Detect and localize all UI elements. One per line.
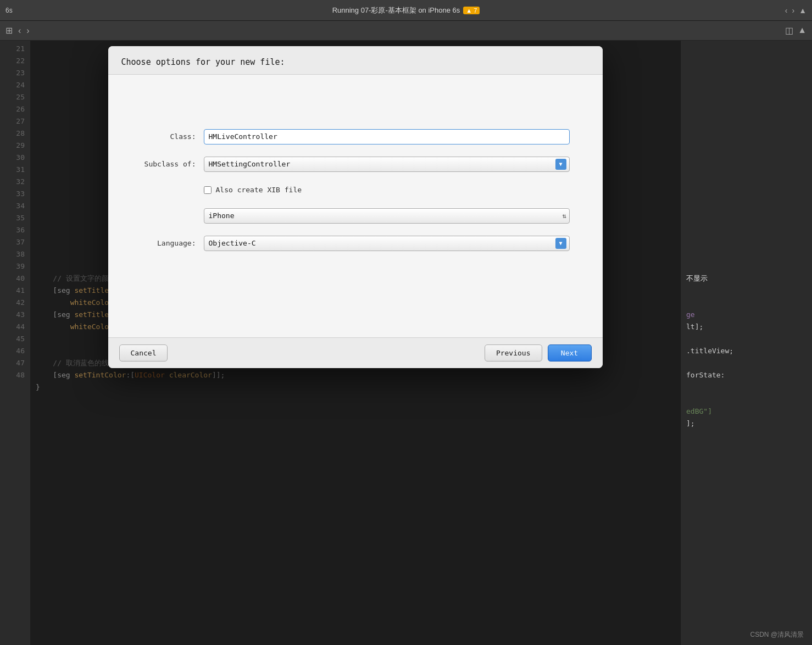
device-select-wrapper: iPhone iPad Universal ⇅ xyxy=(204,208,570,224)
line-num: 47 xyxy=(0,357,25,369)
watermark: CSDN @清风清景 xyxy=(750,630,804,640)
forward-arrow-icon[interactable]: › xyxy=(26,26,29,36)
line-num: 31 xyxy=(0,164,25,176)
top-bar: 6s Running 07-彩原-基本框架 on iPhone 6s ▲ 7 ‹… xyxy=(0,0,812,21)
right-code-line: ]; xyxy=(686,418,807,430)
subclass-select-wrapper: HMSettingController ▼ xyxy=(204,157,570,172)
line-num: 25 xyxy=(0,91,25,103)
class-row: Class: xyxy=(141,129,570,144)
subclass-label: Subclass of: xyxy=(141,158,196,170)
line-num: 32 xyxy=(0,176,25,188)
right-code-line xyxy=(686,236,807,248)
line-num: 48 xyxy=(0,369,25,381)
line-num: 23 xyxy=(0,67,25,79)
right-code-line xyxy=(686,212,807,224)
line-num: 27 xyxy=(0,115,25,127)
xib-checkbox-row: Also create XIB file xyxy=(141,184,570,196)
xib-checkbox[interactable] xyxy=(204,186,212,194)
line-num: 45 xyxy=(0,333,25,345)
line-num: 21 xyxy=(0,43,25,55)
right-code-line xyxy=(686,176,807,188)
line-num: 29 xyxy=(0,140,25,152)
language-select-wrapper: Objective-C Swift ▼ xyxy=(204,236,570,251)
line-num: 40 xyxy=(0,273,25,285)
line-numbers-gutter: 21 22 23 24 25 26 27 28 29 30 31 32 33 3… xyxy=(0,41,30,645)
right-code-line: ge xyxy=(686,309,807,321)
class-label: Class: xyxy=(141,131,196,143)
dialog-overlay: Choose options for your new file: Class:… xyxy=(30,41,680,645)
line-num: 33 xyxy=(0,188,25,200)
right-code-line: 不显示 xyxy=(686,273,807,285)
right-code-line: lt]; xyxy=(686,321,807,333)
line-num: 44 xyxy=(0,321,25,333)
line-num: 26 xyxy=(0,103,25,115)
right-code-line xyxy=(686,393,807,405)
right-code-line xyxy=(686,381,807,393)
line-num: 22 xyxy=(0,55,25,67)
footer-right: Previous Next xyxy=(485,344,592,362)
top-bar-center: Running 07-彩原-基本框架 on iPhone 6s ▲ 7 xyxy=(332,5,480,15)
line-num: 39 xyxy=(0,260,25,273)
line-num: 37 xyxy=(0,236,25,248)
right-code-line xyxy=(686,224,807,236)
right-code-line xyxy=(686,115,807,127)
language-row: Language: Objective-C Swift ▼ xyxy=(141,236,570,251)
line-num: 24 xyxy=(0,79,25,91)
right-code-panel: 不显示 ge lt]; .titleView; forState: edBG"]… xyxy=(680,41,812,645)
subclass-row: Subclass of: HMSettingController ▼ xyxy=(141,157,570,172)
class-input[interactable] xyxy=(204,129,570,144)
xib-label: Also create XIB file xyxy=(216,184,302,196)
warning-icon[interactable]: ▲ xyxy=(799,6,807,15)
dialog-title: Choose options for your new file: xyxy=(121,57,285,67)
nav-left-arrow[interactable]: ‹ xyxy=(785,6,788,15)
right-code-line xyxy=(686,67,807,79)
line-num: 38 xyxy=(0,248,25,260)
code-editor[interactable]: // 设置文字的颜色 [seg setTitleTextAttributes:@… xyxy=(30,41,680,645)
right-code-line xyxy=(686,248,807,260)
cancel-button[interactable]: Cancel xyxy=(119,344,168,362)
right-code-line xyxy=(686,297,807,309)
right-code-line: edBG"] xyxy=(686,405,807,418)
right-code-line xyxy=(686,79,807,91)
back-arrow-icon[interactable]: ‹ xyxy=(18,26,21,36)
device-label: 6s xyxy=(5,7,13,14)
line-num: 42 xyxy=(0,297,25,309)
line-num: 35 xyxy=(0,212,25,224)
previous-button[interactable]: Previous xyxy=(485,344,542,362)
main-area: 21 22 23 24 25 26 27 28 29 30 31 32 33 3… xyxy=(0,41,812,645)
line-num: 34 xyxy=(0,200,25,212)
dialog-header: Choose options for your new file: xyxy=(108,46,603,74)
top-bar-right: ‹ › ▲ xyxy=(785,6,807,15)
right-code-line xyxy=(686,285,807,297)
dialog-body: Class: Subclass of: HMSettingController … xyxy=(108,74,603,338)
nav-right-arrow[interactable]: › xyxy=(792,6,794,15)
right-code-line xyxy=(686,91,807,103)
grid-icon[interactable]: ⊞ xyxy=(5,25,13,36)
right-code-line xyxy=(686,333,807,345)
editor-mode-icon[interactable]: ◫ xyxy=(785,25,793,36)
language-label: Language: xyxy=(141,237,196,249)
right-code-line xyxy=(686,55,807,67)
warning-badge: ▲ 7 xyxy=(463,7,480,14)
dialog-footer: Cancel Previous Next xyxy=(108,338,603,368)
next-button[interactable]: Next xyxy=(548,344,592,362)
run-title: Running 07-彩原-基本框架 on iPhone 6s xyxy=(332,5,460,15)
language-select[interactable]: Objective-C Swift xyxy=(204,236,570,251)
editor-toolbar: ⊞ ‹ › ◫ ▲ xyxy=(0,21,812,41)
right-code-line xyxy=(686,140,807,152)
right-code-line xyxy=(686,43,807,55)
right-code-line xyxy=(686,200,807,212)
right-code-line: forState: xyxy=(686,369,807,381)
right-code-line xyxy=(686,164,807,176)
line-num: 41 xyxy=(0,285,25,297)
right-code-line: .titleView; xyxy=(686,345,807,357)
new-file-dialog: Choose options for your new file: Class:… xyxy=(108,46,603,368)
line-num: 46 xyxy=(0,345,25,357)
right-code-line xyxy=(686,103,807,115)
line-num: 43 xyxy=(0,309,25,321)
right-code-line xyxy=(686,188,807,200)
warning-nav-icon[interactable]: ▲ xyxy=(798,25,807,36)
right-code-line xyxy=(686,260,807,273)
subclass-select[interactable]: HMSettingController xyxy=(204,157,570,172)
device-select[interactable]: iPhone iPad Universal xyxy=(204,208,570,224)
